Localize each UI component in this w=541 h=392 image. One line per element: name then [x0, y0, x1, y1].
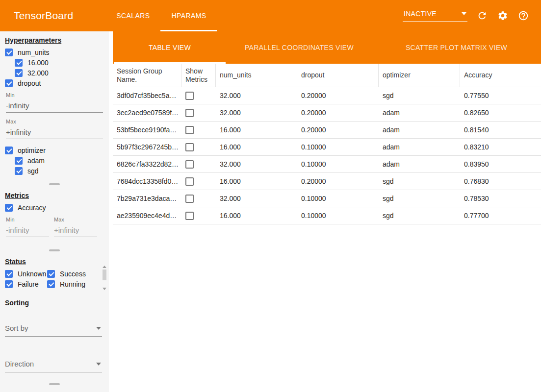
- checkbox-status-failure[interactable]: Failure: [5, 279, 47, 289]
- section-resize-handle[interactable]: [49, 249, 60, 251]
- checkbox-icon[interactable]: [5, 147, 13, 154]
- show-metrics-checkbox[interactable]: [185, 109, 194, 117]
- direction-select[interactable]: Direction: [5, 355, 102, 372]
- column-header-show-metrics[interactable]: Show Metrics: [181, 64, 216, 87]
- checkbox-optimizer-adam[interactable]: adam: [15, 155, 104, 166]
- checkbox-icon[interactable]: [15, 69, 23, 77]
- dropout-min-input[interactable]: [6, 100, 103, 113]
- sorting-title: Sorting: [5, 299, 104, 307]
- checkbox-icon[interactable]: [47, 270, 55, 278]
- metrics-minmax: Min Max: [6, 217, 104, 237]
- reload-status-select[interactable]: INACTIVE: [403, 10, 467, 22]
- dropout-cell: 0.10000: [297, 160, 379, 168]
- status-checkbox-grid: Unknown Success Failure Running: [5, 269, 104, 289]
- min-label: Min: [6, 217, 49, 222]
- checkbox-accuracy[interactable]: Accuracy: [5, 202, 104, 213]
- help-icon[interactable]: [517, 10, 529, 22]
- column-header-session-group-name[interactable]: Session Group Name.: [113, 64, 181, 87]
- section-resize-handle[interactable]: [49, 383, 60, 385]
- num-units-cell: 16.000: [216, 177, 297, 185]
- metrics-section: Metrics Accuracy Min Max: [0, 189, 109, 245]
- checkbox-status-unknown[interactable]: Unknown: [5, 269, 47, 279]
- session-group-name-cell: 3df0d7cf35bec5a…: [113, 92, 181, 99]
- show-metrics-checkbox[interactable]: [185, 195, 194, 203]
- show-metrics-cell: [181, 92, 216, 100]
- column-header-num-units[interactable]: num_units: [216, 64, 297, 87]
- column-header-accuracy[interactable]: Accuracy: [460, 64, 541, 87]
- session-group-name-cell: ae235909ec4e4d…: [113, 212, 181, 220]
- checkbox-icon[interactable]: [15, 157, 23, 165]
- checkbox-icon[interactable]: [5, 270, 13, 278]
- table-row: ae235909ec4e4d… 16.000 0.10000 sgd 0.777…: [113, 207, 541, 224]
- checkbox-icon[interactable]: [5, 280, 13, 288]
- metrics-min-field: Min: [6, 217, 49, 237]
- show-metrics-cell: [181, 160, 216, 169]
- num-units-cell: 32.000: [216, 160, 297, 168]
- show-metrics-checkbox[interactable]: [185, 143, 194, 151]
- checkbox-dropout[interactable]: dropout: [5, 78, 104, 88]
- show-metrics-cell: [181, 212, 216, 220]
- scroll-down-icon[interactable]: [103, 288, 106, 290]
- optimizer-cell: sgd: [379, 92, 460, 99]
- table-header: Session Group Name. Show Metrics num_uni…: [113, 64, 541, 87]
- dropout-max-input[interactable]: [6, 126, 103, 139]
- checkbox-icon[interactable]: [47, 280, 55, 288]
- checkbox-label: optimizer: [18, 147, 46, 154]
- settings-gear-icon[interactable]: [497, 10, 509, 22]
- checkbox-label: 16.000: [27, 59, 49, 67]
- checkbox-label: Unknown: [18, 270, 46, 278]
- show-metrics-cell: [181, 143, 216, 151]
- optimizer-cell: adam: [379, 143, 460, 151]
- scroll-up-icon[interactable]: [103, 266, 106, 268]
- checkbox-icon[interactable]: [5, 49, 13, 56]
- column-header-optimizer[interactable]: optimizer: [379, 64, 460, 87]
- optimizer-cell: adam: [379, 160, 460, 168]
- show-metrics-checkbox[interactable]: [185, 160, 194, 169]
- optimizer-cell: adam: [379, 109, 460, 117]
- tab-parallel-coordinates-view[interactable]: PARALLEL COORDINATES VIEW: [227, 31, 372, 64]
- chevron-down-icon: [96, 327, 101, 330]
- accuracy-cell: 0.76830: [460, 177, 541, 185]
- show-metrics-checkbox[interactable]: [185, 126, 194, 134]
- tab-hparams[interactable]: HPARAMS: [160, 0, 217, 31]
- accuracy-cell: 0.78530: [460, 195, 541, 202]
- sort-by-select[interactable]: Sort by: [5, 319, 102, 337]
- accuracy-cell: 0.77550: [460, 92, 541, 99]
- checkbox-num-units-16[interactable]: 16.000: [15, 57, 104, 68]
- show-metrics-cell: [181, 195, 216, 203]
- checkbox-num-units-32[interactable]: 32.000: [15, 68, 104, 78]
- checkbox-optimizer[interactable]: optimizer: [5, 145, 104, 155]
- checkbox-icon[interactable]: [5, 79, 13, 87]
- scrollbar-thumb[interactable]: [103, 270, 106, 280]
- metrics-max-input[interactable]: [54, 224, 97, 237]
- app-title: TensorBoard: [14, 10, 73, 22]
- tab-scatter-plot-matrix-view[interactable]: SCATTER PLOT MATRIX VIEW: [372, 31, 541, 64]
- refresh-icon[interactable]: [476, 10, 488, 22]
- checkbox-status-success[interactable]: Success: [47, 269, 95, 279]
- num-units-cell: 32.000: [216, 92, 297, 99]
- checkbox-label: Accuracy: [18, 204, 46, 212]
- tab-scalars[interactable]: SCALARS: [105, 0, 160, 31]
- show-metrics-checkbox[interactable]: [185, 177, 194, 186]
- header-actions: INACTIVE: [403, 10, 529, 22]
- checkbox-label: sgd: [27, 167, 39, 175]
- tab-table-view[interactable]: TABLE VIEW: [113, 31, 227, 64]
- checkbox-icon[interactable]: [15, 59, 23, 67]
- checkbox-optimizer-sgd[interactable]: sgd: [15, 166, 104, 176]
- section-resize-handle[interactable]: [49, 183, 60, 185]
- metrics-min-input[interactable]: [6, 224, 49, 237]
- dropout-cell: 0.20000: [297, 109, 379, 117]
- column-header-dropout[interactable]: dropout: [297, 64, 379, 87]
- status-scrollbar[interactable]: [102, 266, 107, 290]
- checkbox-label: num_units: [18, 49, 50, 56]
- checkbox-icon[interactable]: [5, 204, 13, 212]
- show-metrics-checkbox[interactable]: [185, 92, 194, 100]
- metrics-title: Metrics: [5, 192, 104, 199]
- max-label: Max: [6, 119, 104, 124]
- checkbox-status-running[interactable]: Running: [47, 279, 95, 289]
- show-metrics-checkbox[interactable]: [185, 212, 194, 220]
- checkbox-label: dropout: [18, 79, 41, 87]
- checkbox-icon[interactable]: [15, 167, 23, 175]
- checkbox-num-units[interactable]: num_units: [5, 47, 104, 57]
- table-row: 7b29a731e3daca… 32.000 0.10000 sgd 0.785…: [113, 190, 541, 207]
